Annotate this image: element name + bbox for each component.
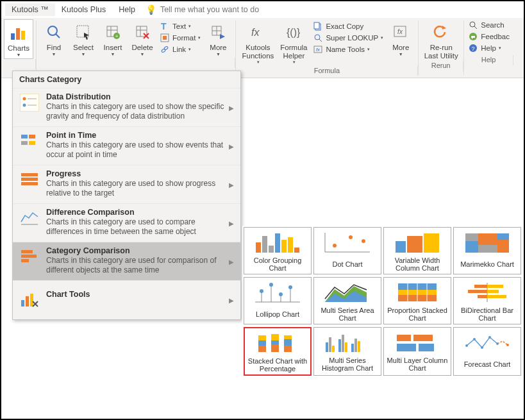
chart-label: Proportion Stacked Chart: [384, 307, 451, 324]
search-button[interactable]: Search: [467, 19, 511, 31]
thumb-icon: [244, 228, 311, 257]
svg-rect-96: [487, 285, 503, 288]
kutools-functions-button[interactable]: fx Kutools Functions ▾: [238, 19, 277, 66]
more1-button[interactable]: More▼: [203, 19, 233, 58]
help-label: Help: [481, 44, 496, 52]
svg-text:fx: fx: [397, 28, 403, 35]
svg-rect-48: [21, 173, 38, 176]
fx-icon: fx: [247, 22, 268, 42]
panel-item-chart-tools[interactable]: Chart Tools ▶: [13, 280, 240, 319]
delete-button[interactable]: Delete▼: [128, 19, 157, 58]
name-icon: fx: [313, 44, 323, 55]
feedback-icon: [468, 31, 478, 42]
insert-button[interactable]: + Insert▼: [98, 19, 128, 58]
svg-rect-111: [329, 337, 331, 352]
svg-rect-77: [497, 233, 509, 240]
tellme-input[interactable]: Tell me what you want to do: [160, 5, 259, 14]
chart-label: Stacked Chart with Percentage: [245, 358, 310, 374]
chart-color-grouping[interactable]: Color Grouping Chart: [244, 227, 312, 274]
svg-rect-57: [30, 294, 33, 307]
thumb-icon: [384, 278, 451, 307]
insert-icon: +: [103, 22, 123, 42]
exact-copy-button[interactable]: Exact Copy: [312, 21, 385, 32]
chart-forecast[interactable]: Forecast Chart: [453, 327, 521, 376]
charts-button[interactable]: Charts▼: [4, 19, 33, 59]
menu-help[interactable]: Help: [112, 3, 142, 16]
thumb-icon: [454, 278, 521, 307]
charts-label: Charts: [8, 44, 29, 53]
chart-proportion-stacked[interactable]: Proportion Stacked Chart: [383, 277, 451, 324]
group-rerun-label: Rerun: [419, 61, 463, 71]
chart-marimekko[interactable]: Marimekko Chart: [453, 227, 521, 274]
svg-point-40: [23, 97, 26, 101]
chart-label: Multi Layer Column Chart: [384, 357, 451, 374]
text-button[interactable]: TText ▾: [158, 21, 202, 32]
thumb-icon: [384, 228, 451, 257]
svg-rect-60: [269, 246, 274, 253]
panel-item-desc: Charts in this category are used to show…: [46, 140, 234, 160]
group-help-label: Help: [464, 55, 513, 65]
select-button[interactable]: Select▼: [69, 19, 98, 58]
svg-rect-103: [258, 346, 266, 352]
panel-item-desc: Charts in this category are used for com…: [46, 256, 234, 275]
chart-stacked-percentage[interactable]: Stacked Chart with Percentage: [244, 327, 312, 376]
search-label: Search: [481, 21, 504, 29]
panel-item-progress[interactable]: Progress Charts in this category are use…: [13, 165, 240, 203]
chart-label: Forecast Chart: [463, 357, 512, 374]
insert-label: Insert: [104, 44, 122, 52]
chart-multi-layer-column[interactable]: Multi Layer Column Chart: [383, 327, 451, 376]
name-tools-button[interactable]: fxName Tools ▾: [312, 44, 385, 55]
fx-box-icon: fx: [390, 22, 411, 42]
format-button[interactable]: Format ▾: [158, 32, 202, 44]
menu-kutools[interactable]: Kutools ™: [5, 3, 55, 16]
svg-rect-107: [284, 335, 292, 339]
more2-button[interactable]: fx More▼: [386, 19, 415, 58]
chart-multi-series-area[interactable]: Multi Series Area Chart: [313, 277, 381, 324]
svg-text:fx: fx: [251, 27, 260, 38]
feedback-button[interactable]: Feedbac: [467, 31, 511, 42]
format-icon: [160, 33, 170, 43]
svg-rect-27: [314, 22, 319, 29]
panel-item-title: Progress: [46, 169, 234, 178]
chart-multi-series-histogram[interactable]: Multi Series Histogram Chart: [313, 327, 381, 376]
chart-label: Color Grouping Chart: [244, 257, 311, 274]
rerun-button[interactable]: Re-run Last Utility: [421, 19, 461, 61]
chart-tools-icon: [19, 290, 40, 310]
panel-item-point-in-time[interactable]: Point in Time Charts in this category ar…: [13, 126, 240, 165]
chart-dot[interactable]: Dot Chart: [313, 227, 381, 274]
panel-item-category-comparison[interactable]: Category Comparison Charts in this categ…: [13, 242, 240, 280]
svg-rect-63: [288, 237, 293, 253]
panel-item-difference-comparison[interactable]: Difference Comparison Charts in this cat…: [13, 203, 240, 242]
more-icon: [208, 22, 228, 42]
help-button[interactable]: ?Help ▾: [467, 42, 511, 54]
panel-item-data-distribution[interactable]: Data Distribution Charts in this categor…: [13, 88, 240, 126]
svg-rect-120: [413, 335, 433, 341]
link-button[interactable]: Link ▾: [158, 44, 202, 55]
chart-variable-width[interactable]: Variable Width Column Chart: [383, 227, 451, 274]
svg-rect-64: [294, 248, 299, 253]
svg-rect-78: [497, 240, 509, 253]
menu-kutools-plus[interactable]: Kutools Plus: [55, 3, 112, 16]
thumb-icon: [314, 328, 381, 357]
svg-text:T: T: [161, 21, 167, 31]
chart-gallery: Color Grouping Chart Dot Chart Variable …: [242, 226, 522, 377]
chart-bidirectional-bar[interactable]: BiDirectional Bar Chart: [453, 277, 521, 324]
chart-lollipop[interactable]: Lollipop Chart: [244, 277, 312, 324]
svg-rect-72: [424, 233, 439, 253]
braces-icon: {()}: [283, 22, 304, 42]
group-charts: Charts▼: [1, 18, 36, 78]
svg-rect-18: [163, 36, 167, 40]
formula-helper-button[interactable]: {()} Formula Helper ▾: [277, 19, 310, 66]
svg-point-124: [473, 338, 476, 340]
svg-rect-109: [284, 346, 292, 352]
svg-point-125: [481, 346, 483, 349]
thumb-icon: [454, 228, 521, 257]
svg-point-20: [163, 46, 168, 50]
svg-point-87: [288, 285, 292, 289]
chart-label: Dot Chart: [331, 257, 363, 274]
super-lookup-button[interactable]: Super LOOKUP ▾: [312, 32, 385, 44]
svg-rect-100: [487, 295, 506, 298]
find-button[interactable]: Find▼: [39, 19, 69, 58]
link-label: Link: [172, 46, 186, 53]
thumb-icon: [245, 328, 310, 358]
